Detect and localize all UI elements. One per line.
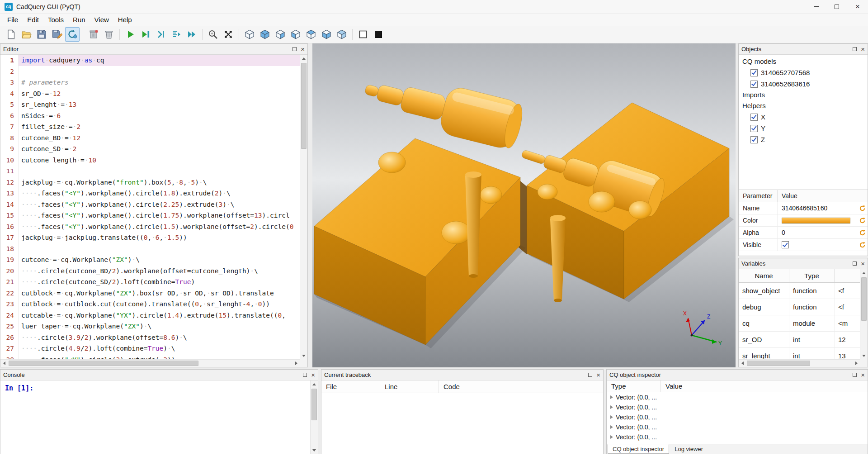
code-line[interactable]: 15····.faces("<Y").workplane().circle(1.… <box>0 210 300 221</box>
reset-value-icon[interactable] <box>857 214 868 226</box>
variable-row[interactable]: cqmodule<m <box>739 315 860 332</box>
view-back-button[interactable] <box>335 27 349 42</box>
code-line[interactable]: 11 <box>0 166 300 177</box>
reset-value-icon[interactable] <box>857 227 868 238</box>
inspector-row[interactable]: Vector: (0.0, ... <box>607 432 868 442</box>
tree-item[interactable]: Y <box>739 123 868 134</box>
menu-item-tools[interactable]: Tools <box>43 14 68 25</box>
tree-item[interactable]: Z <box>739 134 868 145</box>
float-panel-icon[interactable] <box>292 47 297 51</box>
reset-value-icon[interactable] <box>857 239 868 251</box>
name-column-header[interactable]: Name <box>739 269 789 282</box>
code-area[interactable]: 1import·cadquery·as·cq23# parameters4sr_… <box>0 55 300 359</box>
close-panel-icon[interactable] <box>311 371 315 378</box>
code-line[interactable]: 28····.faces("<Y").circle(3).extrude(-3)… <box>0 354 300 360</box>
expand-chevron-icon[interactable] <box>610 405 613 409</box>
scroll-left-icon[interactable] <box>0 360 8 367</box>
property-row[interactable]: Visible <box>739 239 868 251</box>
tab-log-viewer[interactable]: Log viewer <box>670 445 708 453</box>
inspector-row[interactable]: Vector: (0.0, ... <box>607 402 868 412</box>
scroll-right-icon[interactable] <box>853 360 860 367</box>
code-line[interactable]: 23cutblock·=·cutblock.cut(cutcone).trans… <box>0 299 300 310</box>
scroll-up-icon[interactable] <box>311 380 318 388</box>
code-line[interactable]: 9cutcone_SD·=·2 <box>0 143 300 155</box>
continue-button[interactable] <box>184 27 199 42</box>
view-left-button[interactable] <box>288 27 303 42</box>
tree-section-helpers[interactable]: Helpers <box>739 100 868 111</box>
variables-horizontal-scrollbar[interactable] <box>739 359 860 367</box>
scroll-up-icon[interactable] <box>300 55 307 62</box>
variable-row[interactable]: show_objectfunction<f <box>739 283 860 299</box>
code-line[interactable]: 18 <box>0 243 300 255</box>
delete-model-button[interactable] <box>102 27 116 42</box>
type-column-header[interactable]: Type <box>607 380 661 392</box>
expand-chevron-icon[interactable] <box>610 425 613 429</box>
close-button[interactable]: × <box>847 0 868 13</box>
minimize-button[interactable] <box>806 0 826 13</box>
checkbox[interactable] <box>750 81 758 88</box>
menu-item-file[interactable]: File <box>3 14 23 25</box>
close-panel-icon[interactable] <box>861 371 865 378</box>
step-in-button[interactable] <box>169 27 184 42</box>
menu-item-view[interactable]: View <box>90 14 113 25</box>
open-script-button[interactable] <box>19 27 33 42</box>
console-vertical-scrollbar[interactable] <box>310 380 318 454</box>
checkbox[interactable] <box>750 125 758 132</box>
code-line[interactable]: 22cutblock·=·cq.Workplane("ZX").box(sr_O… <box>0 288 300 299</box>
zoom-button[interactable] <box>206 27 220 42</box>
display-shaded-button[interactable] <box>371 27 386 42</box>
scrollbar-thumb[interactable] <box>747 361 810 366</box>
scrollbar-thumb[interactable] <box>301 63 307 149</box>
inspector-row[interactable]: Vector: (0.0, ... <box>607 392 868 402</box>
float-panel-icon[interactable] <box>853 47 857 51</box>
debug-button[interactable] <box>138 27 153 42</box>
line-column-header[interactable]: Line <box>380 380 439 393</box>
inspector-row[interactable]: Vector: (0.0, ... <box>607 412 868 422</box>
clear-model-button[interactable] <box>86 27 101 42</box>
reset-value-icon[interactable] <box>857 202 868 214</box>
save-as-script-button[interactable] <box>50 27 64 42</box>
code-line[interactable]: 26····.circle(3.9/2).workplane(offset=8.… <box>0 332 300 343</box>
scrollbar-thumb[interactable] <box>311 389 317 420</box>
step-button[interactable] <box>154 27 168 42</box>
maximize-button[interactable] <box>826 0 847 13</box>
value-column-header[interactable] <box>835 269 860 282</box>
scroll-up-icon[interactable] <box>860 269 868 276</box>
float-panel-icon[interactable] <box>303 373 307 377</box>
code-line[interactable]: 4sr_OD·=·12 <box>0 88 300 100</box>
property-row[interactable]: Alpha0 <box>739 227 868 239</box>
code-line[interactable]: 1import·cadquery·as·cq <box>0 55 300 66</box>
scroll-down-icon[interactable] <box>860 352 868 359</box>
property-row[interactable]: Name3140646685160 <box>739 202 868 214</box>
view-top-button[interactable] <box>258 27 272 42</box>
code-line[interactable]: 16····.faces("<Y").workplane().circle(1.… <box>0 221 300 233</box>
code-line[interactable]: 25luer_taper·=·cq.Workplane("ZX")·\ <box>0 321 300 332</box>
scrollbar-thumb[interactable] <box>9 361 198 366</box>
code-line[interactable]: 19cutcone·=·cq.Workplane("ZX")·\ <box>0 254 300 266</box>
code-line[interactable]: 20····.circle(cutcone_BD/2).workplane(of… <box>0 266 300 277</box>
variable-row[interactable]: sr_lenghtint13 <box>739 348 860 359</box>
checkbox[interactable] <box>750 136 758 143</box>
view-bottom-button[interactable] <box>319 27 334 42</box>
new-script-button[interactable] <box>4 27 18 42</box>
color-swatch[interactable] <box>782 218 850 223</box>
expand-chevron-icon[interactable] <box>610 395 613 399</box>
tree-item[interactable]: 3140652707568 <box>739 67 868 78</box>
type-column-header[interactable]: Type <box>789 269 835 282</box>
fit-view-button[interactable] <box>221 27 236 42</box>
code-line[interactable]: 14····.faces("<Y").workplane().circle(2.… <box>0 199 300 210</box>
menu-item-help[interactable]: Help <box>113 14 137 25</box>
inspector-row[interactable]: Vector: (0.0, ... <box>607 422 868 432</box>
checkbox[interactable] <box>750 114 758 121</box>
editor-horizontal-scrollbar[interactable] <box>0 359 300 367</box>
code-line[interactable]: 3# parameters <box>0 77 300 88</box>
checkbox[interactable] <box>750 69 758 76</box>
float-panel-icon[interactable] <box>853 262 857 266</box>
variables-vertical-scrollbar[interactable] <box>860 269 868 359</box>
variable-row[interactable]: debugfunction<f <box>739 299 860 315</box>
float-panel-icon[interactable] <box>588 373 592 377</box>
tab-cq-object-inspector[interactable]: CQ object inspector <box>608 444 669 454</box>
code-line[interactable]: 10cutcone_length·=·10 <box>0 155 300 166</box>
code-line[interactable]: 8cutcone_BD·=·12 <box>0 133 300 144</box>
close-panel-icon[interactable] <box>301 46 305 52</box>
